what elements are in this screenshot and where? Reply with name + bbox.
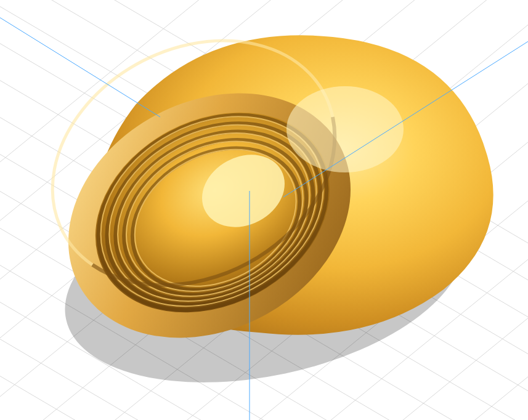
scene-svg — [0, 0, 528, 420]
svg-line-36 — [0, 6, 160, 117]
dome-specular — [286, 86, 404, 172]
cad-3d-viewport[interactable] — [0, 0, 528, 420]
